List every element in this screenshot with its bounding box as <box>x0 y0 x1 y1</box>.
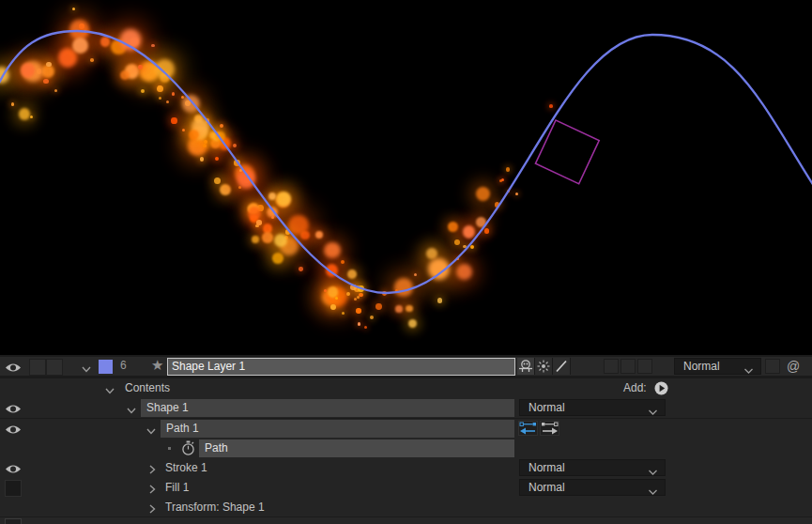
quality-toggle[interactable] <box>553 358 571 375</box>
layer-label-swatch[interactable] <box>99 360 113 374</box>
transform-row[interactable]: Transform: Shape 1 <box>0 498 812 516</box>
frame-blend-switch-cell[interactable] <box>620 359 636 374</box>
contents-row[interactable]: Contents Add: <box>0 378 812 398</box>
chevron-down-icon[interactable] <box>81 362 92 373</box>
shy-toggle[interactable] <box>517 358 535 375</box>
solo-toggle[interactable] <box>46 359 63 376</box>
parent-select-cell[interactable] <box>765 359 780 374</box>
chevron-down-icon <box>648 464 659 475</box>
timeline-panel: 6 ★ Shape Layer 1 <box>0 355 812 524</box>
keyframe-out-button[interactable] <box>540 421 559 436</box>
layer-row[interactable]: 6 ★ Shape Layer 1 <box>0 357 812 376</box>
chevron-down-icon <box>648 404 659 415</box>
shape1-blend-mode-select[interactable]: Normal <box>519 399 666 416</box>
parent-pickwhip-icon[interactable]: @ <box>787 358 800 375</box>
eye-icon[interactable] <box>5 423 22 435</box>
eye-icon[interactable] <box>5 361 22 373</box>
viewer-overlay <box>0 0 812 356</box>
transform-label: Transform: Shape 1 <box>165 499 265 516</box>
stroke1-mode-value: Normal <box>529 460 565 475</box>
composition-viewer[interactable] <box>0 0 812 356</box>
chevron-down-icon <box>648 484 659 495</box>
shape-layer-icon: ★ <box>151 357 163 374</box>
keyframe-in-icon <box>519 422 537 435</box>
layer-name: Shape Layer 1 <box>172 359 245 375</box>
partial-row <box>0 517 812 524</box>
eye-icon[interactable] <box>5 402 22 414</box>
quality-slash-icon <box>554 359 569 374</box>
contents-label: Contents <box>125 379 170 397</box>
layer-blend-mode-select[interactable]: Normal <box>674 358 761 375</box>
chevron-down-icon <box>743 362 755 374</box>
blend-mode-value: Normal <box>683 359 720 374</box>
layer-name-field[interactable]: Shape Layer 1 <box>167 358 515 376</box>
chevron-right-icon[interactable] <box>146 462 158 473</box>
stopwatch-icon[interactable] <box>181 440 195 460</box>
keyframe-out-icon <box>541 422 559 435</box>
stroke1-label: Stroke 1 <box>165 459 207 477</box>
shape1-label: Shape 1 <box>146 399 189 417</box>
chevron-down-icon[interactable] <box>126 403 137 414</box>
shape1-row[interactable]: Shape 1 Normal <box>0 398 812 418</box>
fill1-blend-mode-select[interactable]: Normal <box>519 479 666 496</box>
chevron-down-icon[interactable] <box>104 383 115 394</box>
sun-icon <box>536 359 551 374</box>
shy-icon <box>518 359 533 374</box>
chevron-right-icon[interactable] <box>146 482 158 493</box>
eye-toggle-off[interactable] <box>5 480 22 497</box>
audio-toggle[interactable] <box>29 359 46 376</box>
chevron-right-icon[interactable] <box>146 501 158 513</box>
fill1-row[interactable]: Fill 1 Normal <box>0 478 812 498</box>
layer-number: 6 <box>120 357 127 375</box>
eye-toggle-partial <box>5 518 22 524</box>
path-property-label: Path <box>205 439 228 457</box>
eye-icon[interactable] <box>5 462 22 474</box>
chevron-down-icon[interactable] <box>146 424 157 435</box>
path-property-row[interactable]: Path <box>0 439 812 458</box>
play-circle-icon <box>654 381 668 395</box>
fill1-mode-value: Normal <box>529 480 565 495</box>
effect-switch-cell[interactable] <box>604 359 619 374</box>
keyframe-dot <box>168 447 171 450</box>
path1-row[interactable]: Path 1 <box>0 419 812 439</box>
stroke1-blend-mode-select[interactable]: Normal <box>519 459 666 476</box>
add-label: Add: <box>623 379 647 397</box>
add-button[interactable] <box>654 381 668 399</box>
stroke1-row[interactable]: Stroke 1 Normal <box>0 458 812 478</box>
shape1-mode-value: Normal <box>529 400 565 415</box>
keyframe-in-button[interactable] <box>518 421 538 436</box>
after-effects-window: 6 ★ Shape Layer 1 <box>0 0 812 524</box>
motion-blur-switch-cell[interactable] <box>637 359 652 374</box>
shape-path-curve[interactable] <box>0 31 812 293</box>
collapse-transformations-toggle[interactable] <box>535 358 553 375</box>
path1-label: Path 1 <box>166 420 199 438</box>
fill1-label: Fill 1 <box>165 479 189 497</box>
